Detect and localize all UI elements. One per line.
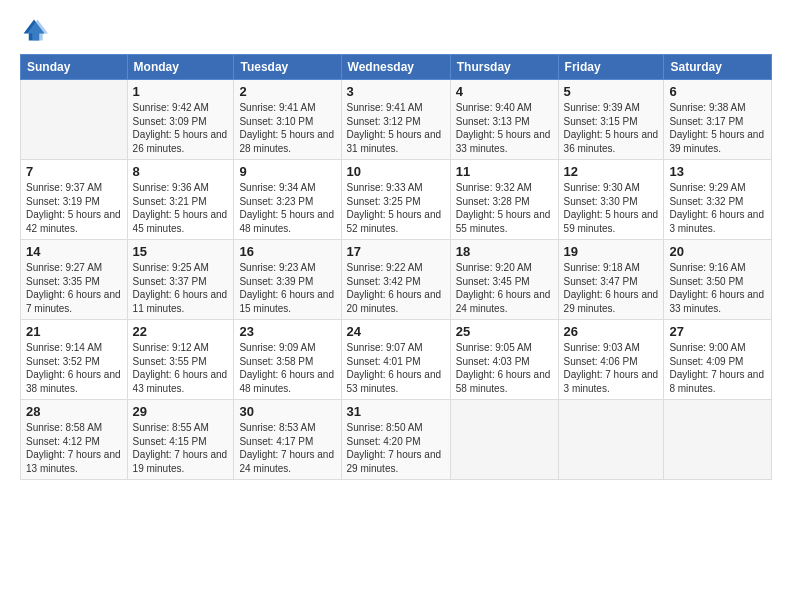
day-info: Sunrise: 9:30 AM Sunset: 3:30 PM Dayligh… — [564, 181, 659, 235]
day-info: Sunrise: 9:38 AM Sunset: 3:17 PM Dayligh… — [669, 101, 766, 155]
day-info: Sunrise: 9:37 AM Sunset: 3:19 PM Dayligh… — [26, 181, 122, 235]
col-monday: Monday — [127, 55, 234, 80]
day-info: Sunrise: 9:40 AM Sunset: 3:13 PM Dayligh… — [456, 101, 553, 155]
day-info: Sunrise: 9:27 AM Sunset: 3:35 PM Dayligh… — [26, 261, 122, 315]
day-info: Sunrise: 9:33 AM Sunset: 3:25 PM Dayligh… — [347, 181, 445, 235]
day-cell: 20Sunrise: 9:16 AM Sunset: 3:50 PM Dayli… — [664, 240, 772, 320]
col-tuesday: Tuesday — [234, 55, 341, 80]
day-info: Sunrise: 9:20 AM Sunset: 3:45 PM Dayligh… — [456, 261, 553, 315]
day-info: Sunrise: 8:55 AM Sunset: 4:15 PM Dayligh… — [133, 421, 229, 475]
day-number: 21 — [26, 324, 122, 339]
day-number: 9 — [239, 164, 335, 179]
day-number: 23 — [239, 324, 335, 339]
day-cell: 8Sunrise: 9:36 AM Sunset: 3:21 PM Daylig… — [127, 160, 234, 240]
day-cell: 15Sunrise: 9:25 AM Sunset: 3:37 PM Dayli… — [127, 240, 234, 320]
day-info: Sunrise: 9:25 AM Sunset: 3:37 PM Dayligh… — [133, 261, 229, 315]
day-info: Sunrise: 9:36 AM Sunset: 3:21 PM Dayligh… — [133, 181, 229, 235]
day-info: Sunrise: 9:07 AM Sunset: 4:01 PM Dayligh… — [347, 341, 445, 395]
calendar-table: Sunday Monday Tuesday Wednesday Thursday… — [20, 54, 772, 480]
day-cell: 27Sunrise: 9:00 AM Sunset: 4:09 PM Dayli… — [664, 320, 772, 400]
day-cell — [558, 400, 664, 480]
day-number: 18 — [456, 244, 553, 259]
day-cell: 29Sunrise: 8:55 AM Sunset: 4:15 PM Dayli… — [127, 400, 234, 480]
logo-icon — [20, 16, 48, 44]
day-number: 8 — [133, 164, 229, 179]
day-cell: 22Sunrise: 9:12 AM Sunset: 3:55 PM Dayli… — [127, 320, 234, 400]
day-number: 17 — [347, 244, 445, 259]
day-number: 31 — [347, 404, 445, 419]
day-number: 12 — [564, 164, 659, 179]
day-cell: 12Sunrise: 9:30 AM Sunset: 3:30 PM Dayli… — [558, 160, 664, 240]
day-number: 3 — [347, 84, 445, 99]
calendar-page: Sunday Monday Tuesday Wednesday Thursday… — [0, 0, 792, 612]
day-number: 28 — [26, 404, 122, 419]
col-sunday: Sunday — [21, 55, 128, 80]
day-cell: 7Sunrise: 9:37 AM Sunset: 3:19 PM Daylig… — [21, 160, 128, 240]
day-info: Sunrise: 9:03 AM Sunset: 4:06 PM Dayligh… — [564, 341, 659, 395]
day-cell: 14Sunrise: 9:27 AM Sunset: 3:35 PM Dayli… — [21, 240, 128, 320]
day-cell: 18Sunrise: 9:20 AM Sunset: 3:45 PM Dayli… — [450, 240, 558, 320]
day-cell: 11Sunrise: 9:32 AM Sunset: 3:28 PM Dayli… — [450, 160, 558, 240]
logo — [20, 16, 52, 44]
day-number: 11 — [456, 164, 553, 179]
day-number: 29 — [133, 404, 229, 419]
day-info: Sunrise: 9:22 AM Sunset: 3:42 PM Dayligh… — [347, 261, 445, 315]
day-cell: 25Sunrise: 9:05 AM Sunset: 4:03 PM Dayli… — [450, 320, 558, 400]
day-info: Sunrise: 9:14 AM Sunset: 3:52 PM Dayligh… — [26, 341, 122, 395]
day-number: 24 — [347, 324, 445, 339]
day-info: Sunrise: 9:18 AM Sunset: 3:47 PM Dayligh… — [564, 261, 659, 315]
day-number: 30 — [239, 404, 335, 419]
week-row-3: 14Sunrise: 9:27 AM Sunset: 3:35 PM Dayli… — [21, 240, 772, 320]
day-info: Sunrise: 9:42 AM Sunset: 3:09 PM Dayligh… — [133, 101, 229, 155]
day-cell: 28Sunrise: 8:58 AM Sunset: 4:12 PM Dayli… — [21, 400, 128, 480]
col-saturday: Saturday — [664, 55, 772, 80]
col-friday: Friday — [558, 55, 664, 80]
day-number: 10 — [347, 164, 445, 179]
day-info: Sunrise: 9:16 AM Sunset: 3:50 PM Dayligh… — [669, 261, 766, 315]
day-cell: 5Sunrise: 9:39 AM Sunset: 3:15 PM Daylig… — [558, 80, 664, 160]
day-cell: 23Sunrise: 9:09 AM Sunset: 3:58 PM Dayli… — [234, 320, 341, 400]
week-row-1: 1Sunrise: 9:42 AM Sunset: 3:09 PM Daylig… — [21, 80, 772, 160]
day-number: 6 — [669, 84, 766, 99]
day-info: Sunrise: 9:05 AM Sunset: 4:03 PM Dayligh… — [456, 341, 553, 395]
day-info: Sunrise: 9:23 AM Sunset: 3:39 PM Dayligh… — [239, 261, 335, 315]
week-row-4: 21Sunrise: 9:14 AM Sunset: 3:52 PM Dayli… — [21, 320, 772, 400]
day-number: 19 — [564, 244, 659, 259]
day-cell: 17Sunrise: 9:22 AM Sunset: 3:42 PM Dayli… — [341, 240, 450, 320]
day-cell: 2Sunrise: 9:41 AM Sunset: 3:10 PM Daylig… — [234, 80, 341, 160]
day-cell: 21Sunrise: 9:14 AM Sunset: 3:52 PM Dayli… — [21, 320, 128, 400]
day-cell: 10Sunrise: 9:33 AM Sunset: 3:25 PM Dayli… — [341, 160, 450, 240]
day-info: Sunrise: 8:53 AM Sunset: 4:17 PM Dayligh… — [239, 421, 335, 475]
day-cell: 26Sunrise: 9:03 AM Sunset: 4:06 PM Dayli… — [558, 320, 664, 400]
col-wednesday: Wednesday — [341, 55, 450, 80]
day-number: 14 — [26, 244, 122, 259]
day-cell: 4Sunrise: 9:40 AM Sunset: 3:13 PM Daylig… — [450, 80, 558, 160]
day-number: 22 — [133, 324, 229, 339]
day-info: Sunrise: 9:29 AM Sunset: 3:32 PM Dayligh… — [669, 181, 766, 235]
day-cell: 24Sunrise: 9:07 AM Sunset: 4:01 PM Dayli… — [341, 320, 450, 400]
day-info: Sunrise: 9:41 AM Sunset: 3:10 PM Dayligh… — [239, 101, 335, 155]
day-info: Sunrise: 9:39 AM Sunset: 3:15 PM Dayligh… — [564, 101, 659, 155]
week-row-5: 28Sunrise: 8:58 AM Sunset: 4:12 PM Dayli… — [21, 400, 772, 480]
day-info: Sunrise: 9:32 AM Sunset: 3:28 PM Dayligh… — [456, 181, 553, 235]
day-info: Sunrise: 9:00 AM Sunset: 4:09 PM Dayligh… — [669, 341, 766, 395]
day-number: 7 — [26, 164, 122, 179]
day-info: Sunrise: 8:58 AM Sunset: 4:12 PM Dayligh… — [26, 421, 122, 475]
day-info: Sunrise: 9:09 AM Sunset: 3:58 PM Dayligh… — [239, 341, 335, 395]
day-number: 13 — [669, 164, 766, 179]
day-cell — [450, 400, 558, 480]
day-number: 4 — [456, 84, 553, 99]
week-row-2: 7Sunrise: 9:37 AM Sunset: 3:19 PM Daylig… — [21, 160, 772, 240]
day-number: 20 — [669, 244, 766, 259]
day-number: 16 — [239, 244, 335, 259]
day-number: 27 — [669, 324, 766, 339]
day-cell — [21, 80, 128, 160]
day-number: 1 — [133, 84, 229, 99]
day-number: 26 — [564, 324, 659, 339]
day-number: 25 — [456, 324, 553, 339]
day-cell: 31Sunrise: 8:50 AM Sunset: 4:20 PM Dayli… — [341, 400, 450, 480]
day-number: 5 — [564, 84, 659, 99]
day-number: 2 — [239, 84, 335, 99]
day-cell: 9Sunrise: 9:34 AM Sunset: 3:23 PM Daylig… — [234, 160, 341, 240]
header — [20, 16, 772, 44]
